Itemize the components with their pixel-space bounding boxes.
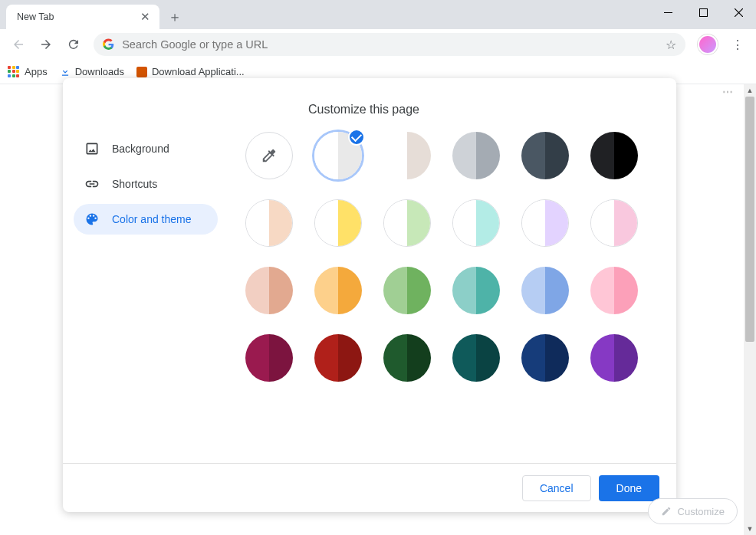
color-swatch[interactable] [383, 267, 431, 314]
address-bar[interactable]: ☆ [94, 33, 685, 56]
app-favicon [136, 67, 147, 77]
profile-avatar[interactable] [698, 34, 718, 54]
tab-title: New Tab [17, 11, 54, 22]
vertical-scrollbar[interactable]: ▲ ▼ [744, 84, 756, 535]
color-swatch[interactable] [590, 132, 638, 179]
done-button[interactable]: Done [599, 475, 659, 501]
bookmark-label: Download Applicati... [152, 66, 245, 77]
bookmark-label: Downloads [75, 66, 124, 77]
url-input[interactable] [122, 38, 666, 51]
sidebar-item-color-theme[interactable]: Color and theme [74, 204, 218, 235]
scroll-up-arrow-icon[interactable]: ▲ [744, 84, 756, 97]
color-swatch[interactable] [383, 199, 431, 247]
dialog-content [224, 78, 676, 463]
sidebar-label: Background [112, 143, 169, 155]
download-icon [60, 67, 71, 77]
sidebar-label: Color and theme [112, 213, 192, 225]
color-swatch[interactable] [452, 267, 500, 314]
scroll-down-arrow-icon[interactable]: ▼ [744, 523, 756, 535]
cancel-button[interactable]: Cancel [522, 475, 591, 501]
image-icon [84, 141, 100, 156]
color-swatch[interactable] [452, 132, 500, 179]
reload-button[interactable] [61, 32, 86, 57]
color-swatch[interactable] [383, 132, 431, 179]
close-window-button[interactable] [721, 0, 756, 25]
color-picker-swatch[interactable] [245, 132, 293, 179]
color-swatch[interactable] [521, 267, 569, 314]
color-swatch[interactable] [590, 334, 638, 382]
sidebar-item-background[interactable]: Background [74, 133, 218, 164]
color-swatch[interactable] [590, 267, 638, 314]
minimize-button[interactable] [650, 0, 685, 25]
browser-tab[interactable]: New Tab ✕ [6, 5, 159, 29]
eyedropper-icon [261, 147, 278, 164]
bookmark-label: Apps [25, 66, 48, 77]
maximize-button[interactable] [685, 0, 721, 25]
close-tab-icon[interactable]: ✕ [140, 10, 150, 24]
customize-chip[interactable]: Customize [648, 498, 738, 524]
svg-rect-1 [699, 8, 707, 16]
browser-toolbar: ☆ ⋮ [0, 29, 756, 60]
back-button[interactable] [6, 32, 31, 57]
scroll-thumb[interactable] [745, 97, 754, 342]
apps-shortcut[interactable]: Apps [8, 66, 48, 78]
color-grid [245, 132, 653, 382]
new-tab-button[interactable]: ＋ [164, 6, 186, 28]
customize-chip-label: Customize [678, 506, 725, 517]
sidebar-label: Shortcuts [112, 178, 157, 190]
chrome-menu-icon[interactable]: ⋮ [725, 32, 750, 57]
link-icon [84, 176, 100, 192]
color-swatch[interactable] [452, 334, 500, 382]
customize-dialog: Customize this page Background Shortcuts… [63, 78, 676, 512]
forward-button[interactable] [34, 32, 58, 57]
palette-icon [84, 212, 100, 227]
color-swatch[interactable] [314, 267, 362, 314]
dialog-footer: Cancel Done [63, 463, 676, 512]
color-swatch[interactable] [314, 199, 362, 247]
window-controls [650, 0, 756, 25]
color-swatch[interactable] [590, 199, 638, 247]
color-swatch[interactable] [521, 199, 569, 247]
color-swatch[interactable] [245, 334, 293, 382]
color-swatch[interactable] [245, 199, 293, 247]
color-swatch[interactable] [314, 132, 362, 179]
color-swatch[interactable] [245, 267, 293, 314]
dialog-title: Customize this page [308, 103, 419, 117]
color-swatch[interactable] [521, 132, 569, 179]
dialog-sidebar: Background Shortcuts Color and theme [63, 78, 224, 463]
window-titlebar: New Tab ✕ ＋ [0, 0, 756, 29]
color-swatch[interactable] [452, 199, 500, 247]
apps-grid-icon [8, 66, 20, 78]
pencil-icon [661, 506, 672, 517]
sidebar-item-shortcuts[interactable]: Shortcuts [74, 169, 218, 199]
bookmark-star-icon[interactable]: ☆ [666, 38, 676, 52]
check-icon [348, 129, 365, 146]
downloads-bookmark[interactable]: Downloads [60, 66, 124, 77]
color-swatch[interactable] [521, 334, 569, 382]
google-icon [103, 38, 114, 51]
color-swatch[interactable] [383, 334, 431, 382]
download-application-bookmark[interactable]: Download Applicati... [136, 66, 245, 77]
color-swatch[interactable] [314, 334, 362, 382]
